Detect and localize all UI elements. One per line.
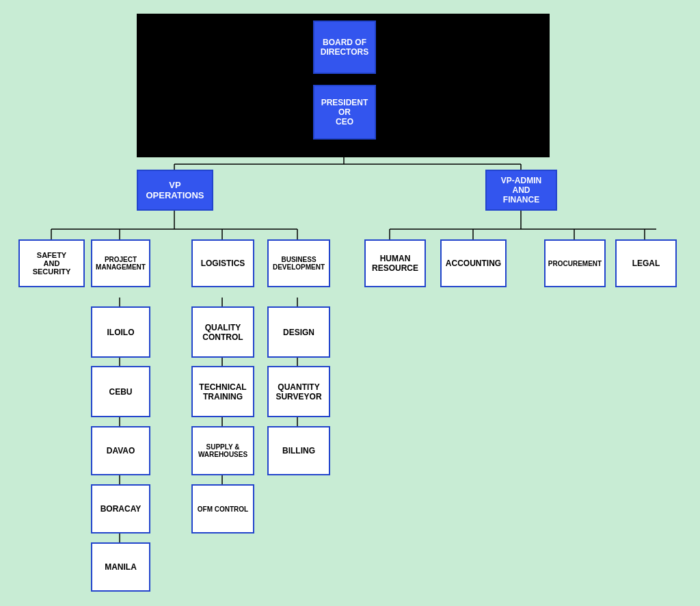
org-chart: BOARD OF DIRECTORS PRESIDENT OR CEO VP O… [0,0,700,606]
davao: DAVAO [91,426,150,475]
quality-control: QUALITY CONTROL [191,306,254,358]
boracay: BORACAY [91,484,150,533]
project-management: PROJECT MANAGEMENT [91,239,150,287]
billing: BILLING [267,426,330,475]
procurement: PROCUREMENT [544,239,606,287]
logistics: LOGISTICS [191,239,254,287]
legal: LEGAL [615,239,677,287]
vp-operations: VP OPERATIONS [137,170,213,211]
design: DESIGN [267,306,330,358]
president-ceo: PRESIDENT OR CEO [313,85,376,140]
quantity-surveyor: QUANTITY SURVEYOR [267,366,330,417]
safety-security: SAFETY AND SECURITY [18,239,85,287]
ofm-control: OFM CONTROL [191,484,254,533]
board-of-directors: BOARD OF DIRECTORS [313,21,376,74]
manila: MANILA [91,542,150,592]
business-development: BUSINESS DEVELOPMENT [267,239,330,287]
technical-training: TECHNICAL TRAINING [191,366,254,417]
cebu: CEBU [91,366,150,417]
supply-warehouses: SUPPLY & WAREHOUSES [191,426,254,475]
human-resource: HUMAN RESOURCE [364,239,426,287]
iloilo: ILOILO [91,306,150,358]
accounting: ACCOUNTING [440,239,507,287]
vp-admin-finance: VP-ADMIN AND FINANCE [485,170,557,211]
